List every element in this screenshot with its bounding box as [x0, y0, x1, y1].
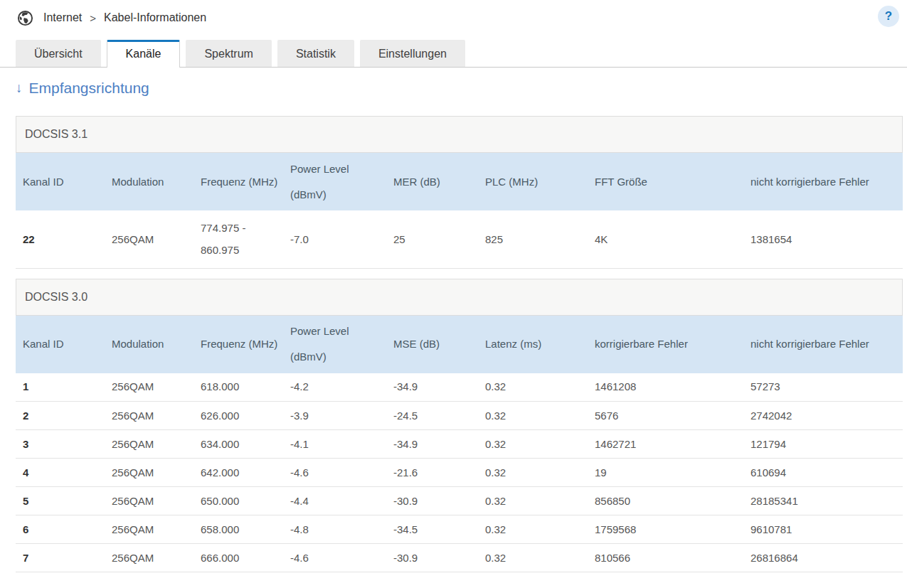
table-row: 5256QAM650.000-4.4-30.90.328568502818534…: [16, 487, 903, 515]
table-cell: -3.9: [283, 402, 386, 430]
channel-id-cell: 7: [16, 544, 105, 572]
docsis-30-panel: DOCSIS 3.0 Kanal IDModulationFrequenz (M…: [16, 279, 903, 573]
table-cell: -34.9: [386, 430, 478, 459]
table-row: 7256QAM666.000-4.6-30.90.328105662681686…: [16, 544, 903, 572]
column-header: FFT Größe: [588, 153, 743, 210]
table-cell: 25: [386, 210, 478, 268]
header-row: Kanal IDModulationFrequenz (MHz)Power Le…: [16, 153, 903, 210]
column-header: MER (dB): [386, 153, 478, 210]
table-row: 6256QAM658.000-4.8-34.50.321759568961078…: [16, 515, 903, 544]
table-cell: 28185341: [743, 487, 903, 515]
table-cell: -4.8: [283, 515, 386, 544]
channel-id-cell: 4: [16, 459, 105, 487]
column-header: Kanal ID: [16, 316, 105, 373]
table-cell: -7.0: [283, 210, 386, 268]
breadcrumb-item-internet[interactable]: Internet: [43, 11, 82, 24]
breadcrumb-separator-icon: >: [90, 12, 96, 24]
table-cell: 19: [588, 459, 743, 487]
column-header: PLC (MHz): [478, 153, 588, 210]
table-cell: 0.32: [478, 373, 588, 402]
table-cell: 0.32: [478, 515, 588, 544]
table-cell: 256QAM: [105, 373, 193, 402]
tab-spektrum[interactable]: Spektrum: [186, 40, 271, 67]
table-cell: -34.9: [386, 373, 478, 402]
content: ↓ Empfangsrichtung DOCSIS 3.1 Kanal IDMo…: [0, 80, 907, 572]
table-cell: 610694: [743, 459, 903, 487]
table-cell: 5676: [588, 402, 743, 430]
table-row: 3256QAM634.000-4.1-34.90.321462721121794: [16, 430, 903, 459]
table-cell: 666.000: [193, 544, 283, 572]
table-cell: -21.6: [386, 459, 478, 487]
table-cell: 0.32: [478, 402, 588, 430]
channel-id-cell: 6: [16, 515, 105, 544]
docsis-31-table: Kanal IDModulationFrequenz (MHz)Power Le…: [16, 153, 903, 269]
table-row: 4256QAM642.000-4.6-21.60.3219610694: [16, 459, 903, 487]
table-cell: 1381654: [743, 210, 903, 268]
table-cell: 256QAM: [105, 402, 193, 430]
column-header: Latenz (ms): [478, 316, 588, 373]
top-bar: Internet > Kabel-Informationen ?: [0, 0, 907, 36]
table-cell: 856850: [588, 487, 743, 515]
channel-id-cell: 22: [16, 210, 105, 268]
table-cell: 57273: [743, 373, 903, 402]
tab-einstellungen[interactable]: Einstellungen: [360, 40, 465, 67]
column-header: MSE (dB): [386, 316, 478, 373]
empfangsrichtung-section-toggle[interactable]: ↓ Empfangsrichtung: [16, 80, 907, 97]
table-cell: 650.000: [193, 487, 283, 515]
table-cell: 810566: [588, 544, 743, 572]
table-cell: 9610781: [743, 515, 903, 544]
column-header: Power Level (dBmV): [283, 316, 386, 373]
column-header: Kanal ID: [16, 153, 105, 210]
help-button[interactable]: ?: [878, 6, 899, 27]
globe-icon: [17, 10, 33, 26]
table-cell: 121794: [743, 430, 903, 459]
column-header: Modulation: [105, 153, 193, 210]
tab-uebersicht[interactable]: Übersicht: [16, 40, 101, 67]
table-cell: -4.1: [283, 430, 386, 459]
column-header: nicht korrigierbare Fehler: [743, 153, 903, 210]
table-cell: 642.000: [193, 459, 283, 487]
channel-id-cell: 1: [16, 373, 105, 402]
channel-id-cell: 3: [16, 430, 105, 459]
docsis-31-title: DOCSIS 3.1: [16, 116, 903, 153]
table-cell: 658.000: [193, 515, 283, 544]
table-cell: 825: [478, 210, 588, 268]
tab-statistik[interactable]: Statistik: [277, 40, 354, 67]
table-row: 22256QAM774.975 - 860.975-7.0258254K1381…: [16, 210, 903, 268]
channel-id-cell: 5: [16, 487, 105, 515]
column-header: nicht korrigierbare Fehler: [743, 316, 903, 373]
docsis-30-title: DOCSIS 3.0: [16, 279, 903, 316]
table-row: 1256QAM618.000-4.2-34.90.32146120857273: [16, 373, 903, 402]
table-cell: -4.6: [283, 544, 386, 572]
table-cell: -4.6: [283, 459, 386, 487]
breadcrumb-item-kabel-informationen: Kabel-Informationen: [104, 11, 206, 24]
tab-bar: Übersicht Kanäle Spektrum Statistik Eins…: [0, 40, 907, 68]
table-cell: -30.9: [386, 487, 478, 515]
column-header: Power Level (dBmV): [283, 153, 386, 210]
table-cell: 1759568: [588, 515, 743, 544]
docsis-31-panel: DOCSIS 3.1 Kanal IDModulationFrequenz (M…: [16, 116, 903, 269]
arrow-down-icon: ↓: [16, 80, 23, 96]
table-cell: 256QAM: [105, 487, 193, 515]
table-cell: -34.5: [386, 515, 478, 544]
table-cell: -30.9: [386, 544, 478, 572]
table-cell: 4K: [588, 210, 743, 268]
table-cell: -4.2: [283, 373, 386, 402]
channel-id-cell: 2: [16, 402, 105, 430]
table-cell: 626.000: [193, 402, 283, 430]
column-header: Modulation: [105, 316, 193, 373]
tab-kanaele[interactable]: Kanäle: [107, 40, 181, 68]
table-cell: -24.5: [386, 402, 478, 430]
column-header: Frequenz (MHz): [193, 153, 283, 210]
table-cell: 0.32: [478, 487, 588, 515]
table-cell: 0.32: [478, 459, 588, 487]
docsis-30-table: Kanal IDModulationFrequenz (MHz)Power Le…: [16, 316, 903, 573]
table-cell: 1461208: [588, 373, 743, 402]
table-cell: 0.32: [478, 544, 588, 572]
table-cell: 774.975 - 860.975: [193, 210, 283, 268]
header-row: Kanal IDModulationFrequenz (MHz)Power Le…: [16, 316, 903, 373]
column-header: Frequenz (MHz): [193, 316, 283, 373]
table-cell: -4.4: [283, 487, 386, 515]
question-mark-icon: ?: [885, 9, 892, 23]
table-cell: 256QAM: [105, 459, 193, 487]
